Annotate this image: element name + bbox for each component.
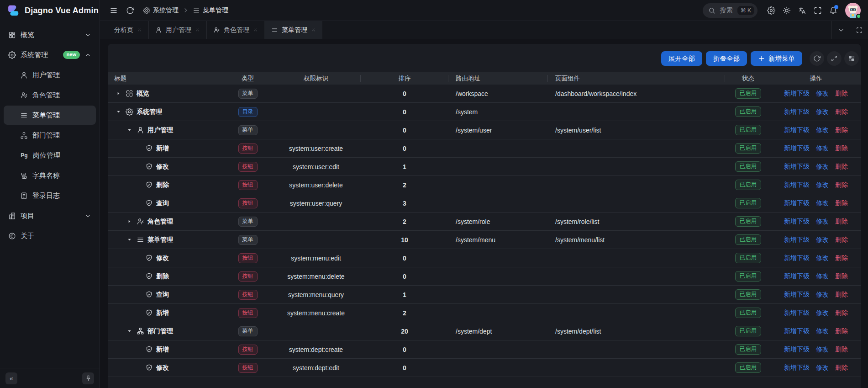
- add-child-link[interactable]: 新增下级: [784, 272, 810, 281]
- edit-link[interactable]: 修改: [816, 199, 829, 207]
- sidebar-item-dept[interactable]: 部门管理: [4, 126, 96, 145]
- collapse-row-icon[interactable]: [125, 126, 133, 134]
- sidebar-item-dict[interactable]: 字典名称: [4, 166, 96, 185]
- edit-link[interactable]: 修改: [816, 254, 829, 262]
- sidebar-toggle-button[interactable]: [106, 3, 121, 18]
- add-child-link[interactable]: 新增下级: [784, 345, 810, 354]
- collapse-row-icon[interactable]: [125, 327, 133, 335]
- delete-link[interactable]: 删除: [835, 345, 848, 354]
- edit-link[interactable]: 修改: [816, 144, 829, 153]
- add-child-link[interactable]: 新增下级: [784, 199, 810, 207]
- add-child-link[interactable]: 新增下级: [784, 144, 810, 153]
- delete-link[interactable]: 删除: [835, 163, 848, 171]
- edit-link[interactable]: 修改: [816, 364, 829, 372]
- delete-link[interactable]: 删除: [835, 144, 848, 153]
- tab-role[interactable]: 角色管理: [206, 21, 264, 39]
- delete-link[interactable]: 删除: [835, 199, 848, 207]
- add-child-link[interactable]: 新增下级: [784, 291, 810, 299]
- tab-user[interactable]: 用户管理: [148, 21, 206, 39]
- edit-link[interactable]: 修改: [816, 90, 829, 98]
- add-child-link[interactable]: 新增下级: [784, 218, 810, 226]
- add-menu-button[interactable]: 新增菜单: [751, 51, 802, 66]
- delete-link[interactable]: 删除: [835, 126, 848, 134]
- collapse-row-icon[interactable]: [125, 236, 133, 244]
- settings-button[interactable]: [764, 3, 779, 18]
- edit-link[interactable]: 修改: [816, 108, 829, 116]
- sidebar-item-project[interactable]: 项目: [4, 206, 96, 225]
- delete-link[interactable]: 删除: [835, 181, 848, 189]
- edit-link[interactable]: 修改: [816, 126, 829, 134]
- avatar[interactable]: [845, 3, 861, 18]
- tab-close-icon[interactable]: [137, 27, 142, 32]
- add-child-link[interactable]: 新增下级: [784, 364, 810, 372]
- add-child-link[interactable]: 新增下级: [784, 126, 810, 134]
- delete-link[interactable]: 删除: [835, 218, 848, 226]
- sidebar-pin-button[interactable]: [82, 372, 94, 384]
- sidebar-item-about[interactable]: 关于: [4, 226, 96, 245]
- delete-link[interactable]: 删除: [835, 364, 848, 372]
- delete-link[interactable]: 删除: [835, 254, 848, 262]
- table-toolbar: 展开全部 折叠全部 新增菜单: [108, 44, 861, 72]
- delete-link[interactable]: 删除: [835, 309, 848, 317]
- add-child-link[interactable]: 新增下级: [784, 90, 810, 98]
- fullscreen-button[interactable]: [810, 3, 825, 18]
- add-child-link[interactable]: 新增下级: [784, 309, 810, 317]
- expand-all-button[interactable]: 展开全部: [661, 51, 702, 66]
- sidebar-item-menu[interactable]: 菜单管理: [4, 106, 96, 125]
- sidebar-collapse-button[interactable]: «: [5, 372, 17, 384]
- breadcrumb-item[interactable]: 菜单管理: [193, 6, 228, 15]
- collapse-all-button[interactable]: 折叠全部: [706, 51, 747, 66]
- cell-component: [548, 103, 725, 121]
- edit-link[interactable]: 修改: [816, 218, 829, 226]
- tab-close-icon[interactable]: [311, 27, 316, 32]
- edit-link[interactable]: 修改: [816, 163, 829, 171]
- tab-close-icon[interactable]: [253, 27, 258, 32]
- edit-link[interactable]: 修改: [816, 181, 829, 189]
- language-button[interactable]: [795, 3, 810, 18]
- edit-link[interactable]: 修改: [816, 236, 829, 244]
- add-child-link[interactable]: 新增下级: [784, 254, 810, 262]
- sidebar-item-user[interactable]: 用户管理: [4, 65, 96, 85]
- edit-link[interactable]: 修改: [816, 309, 829, 317]
- theme-toggle-button[interactable]: [779, 3, 794, 18]
- edit-link[interactable]: 修改: [816, 291, 829, 299]
- delete-link[interactable]: 删除: [835, 90, 848, 98]
- tab-maximize-button[interactable]: [850, 21, 868, 39]
- breadcrumb-item[interactable]: 系统管理: [143, 6, 179, 15]
- collapse-row-icon[interactable]: [114, 108, 122, 116]
- tab-close-icon[interactable]: [195, 27, 200, 32]
- delete-link[interactable]: 删除: [835, 291, 848, 299]
- expand-row-icon[interactable]: [125, 218, 133, 226]
- add-child-link[interactable]: 新增下级: [784, 163, 810, 171]
- tab-menu[interactable]: 菜单管理: [264, 21, 322, 39]
- add-child-link[interactable]: 新增下级: [784, 181, 810, 189]
- sidebar-item-log[interactable]: 登录日志: [4, 186, 96, 205]
- cell-title: 新增: [108, 304, 224, 322]
- edit-link[interactable]: 修改: [816, 345, 829, 354]
- add-child-link[interactable]: 新增下级: [784, 236, 810, 244]
- notifications-button[interactable]: [826, 3, 841, 18]
- cell-component-value: /system/menu/list: [555, 236, 605, 244]
- tab-list-dropdown-button[interactable]: [831, 21, 850, 39]
- expand-row-icon[interactable]: [114, 90, 122, 98]
- delete-link[interactable]: 删除: [835, 108, 848, 116]
- delete-link[interactable]: 删除: [835, 236, 848, 244]
- table-refresh-button[interactable]: [810, 51, 824, 66]
- table-fullscreen-button[interactable]: [827, 51, 842, 66]
- sidebar-item-role[interactable]: 角色管理: [4, 85, 96, 105]
- cell-sort-value: 0: [403, 364, 406, 372]
- sidebar-item-system[interactable]: 系统管理new: [4, 45, 96, 64]
- add-child-link[interactable]: 新增下级: [784, 327, 810, 335]
- delete-link[interactable]: 删除: [835, 327, 848, 335]
- sidebar-item-overview[interactable]: 概览: [4, 25, 96, 44]
- tab-analysis[interactable]: 分析页: [108, 21, 148, 39]
- add-child-link[interactable]: 新增下级: [784, 108, 810, 116]
- sidebar-item-post[interactable]: Pg岗位管理: [4, 146, 96, 165]
- delete-link[interactable]: 删除: [835, 272, 848, 281]
- edit-link[interactable]: 修改: [816, 272, 829, 281]
- edit-link[interactable]: 修改: [816, 327, 829, 335]
- search-input[interactable]: 搜索 ⌘ K: [703, 3, 758, 18]
- table-columns-button[interactable]: [844, 51, 859, 66]
- page-refresh-button[interactable]: [123, 3, 137, 18]
- cell-sort-value: 0: [403, 346, 406, 353]
